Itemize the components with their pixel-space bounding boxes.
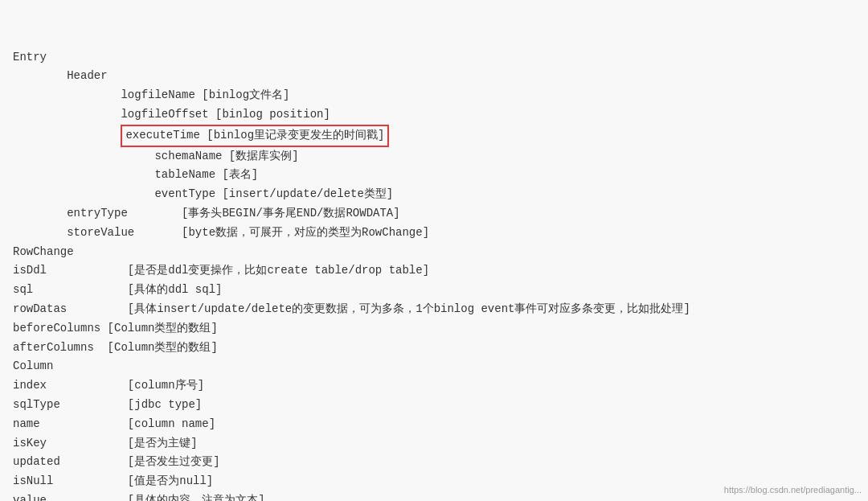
code-line-column: Column <box>13 357 855 376</box>
watermark: https://blog.csdn.net/prediagantig... <box>724 485 862 495</box>
code-line-tablename: tableName [表名] <box>13 166 855 185</box>
code-line-executetime: executeTime [binlog里记录变更发生的时间戳] <box>13 125 855 147</box>
code-line-updated: updated [是否发生过变更] <box>13 453 855 472</box>
code-block: Entry Header logfileName [binlog文件名] log… <box>0 0 868 501</box>
code-line-rowdatas: rowDatas [具体insert/update/delete的变更数据，可为… <box>13 300 855 319</box>
code-line-entrytype: entryType [事务头BEGIN/事务尾END/数据ROWDATA] <box>13 204 855 224</box>
code-line-iskey: isKey [是否为主键] <box>13 434 855 454</box>
code-line-logfilename: logfileName [binlog文件名] <box>13 86 855 105</box>
code-line-name: name [column name] <box>13 415 855 434</box>
highlighted-code: executeTime [binlog里记录变更发生的时间戳] <box>121 125 389 147</box>
code-line-eventtype: eventType [insert/update/delete类型] <box>13 185 855 204</box>
code-line-storevalue: storeValue [byte数据，可展开，对应的类型为RowChange] <box>13 224 855 243</box>
code-line-index: index [column序号] <box>13 376 855 396</box>
code-line-aftercolumns: afterColumns [Column类型的数组] <box>13 339 855 358</box>
code-line-sql: sql [具体的ddl sql] <box>13 281 855 300</box>
code-line-rowchange: RowChange <box>13 243 855 262</box>
code-line-isddl: isDdl [是否是ddl变更操作，比如create table/drop ta… <box>13 261 855 281</box>
code-line-schemaname: schemaName [数据库实例] <box>13 147 855 166</box>
code-line-logfileoffset: logfileOffset [binlog position] <box>13 105 855 125</box>
code-line-entry: Entry <box>13 48 855 68</box>
code-line-sqltype: sqlType [jdbc type] <box>13 396 855 415</box>
code-line-header: Header <box>13 67 855 86</box>
code-line-beforecolumns: beforeColumns [Column类型的数组] <box>13 319 855 339</box>
